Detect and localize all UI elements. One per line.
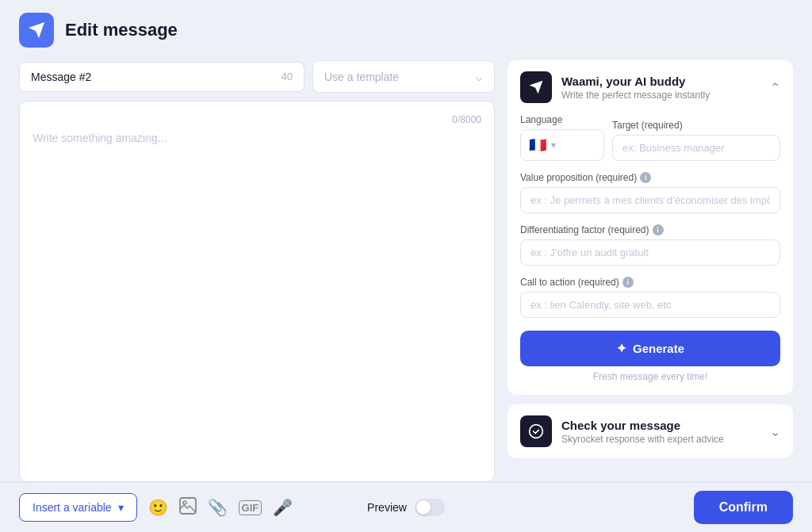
cta-info-icon: i <box>622 277 634 288</box>
preview-section: Preview <box>367 499 445 516</box>
check-card: Check your message Skyrocket response wi… <box>508 404 793 458</box>
mic-icon[interactable]: 🎤 <box>273 498 293 517</box>
svg-point-0 <box>530 425 543 438</box>
char-count: 0/8000 <box>33 114 481 125</box>
generate-label: Generate <box>633 342 684 355</box>
gif-icon[interactable]: GIF <box>239 500 262 515</box>
target-label: Target (required) <box>612 120 780 131</box>
textarea-placeholder[interactable]: Write something amazing... <box>33 132 481 469</box>
page-title: Edit message <box>65 20 178 40</box>
insert-variable-button[interactable]: Insert a variable ▾ <box>19 493 137 522</box>
template-chevron-icon: ⌵ <box>475 69 483 84</box>
image-icon[interactable] <box>179 497 197 519</box>
preview-label: Preview <box>367 501 407 514</box>
app-icon <box>19 13 54 48</box>
confirm-button[interactable]: Confirm <box>694 491 793 524</box>
template-dropdown[interactable]: Use a template ⌵ <box>312 60 495 93</box>
diff-factor-input[interactable] <box>520 239 780 266</box>
check-subtitle: Skyrocket response with expert advice <box>561 434 724 445</box>
preview-toggle[interactable] <box>415 499 445 516</box>
language-target-row: Language 🇫🇷 ▾ Target (required) <box>520 114 780 161</box>
check-title-group: Check your message Skyrocket response wi… <box>561 419 724 445</box>
right-panel: Waami, your AI buddy Write the perfect m… <box>508 60 793 482</box>
main-content: Message #2 40 Use a template ⌵ 0/8000 Wr… <box>0 60 812 482</box>
ai-logo-icon <box>520 71 552 103</box>
diff-factor-label: Differentiating factor (required) i <box>520 224 780 235</box>
message-char-count: 40 <box>282 71 293 82</box>
ai-card-header-left: Waami, your AI buddy Write the perfect m… <box>520 71 710 103</box>
check-expand-icon[interactable]: ⌄ <box>770 424 780 439</box>
ai-subtitle: Write the perfect message instantly <box>561 90 710 101</box>
message-name: Message #2 <box>31 71 91 83</box>
ai-title-group: Waami, your AI buddy Write the perfect m… <box>561 75 710 101</box>
value-prop-label: Value proposition (required) i <box>520 172 780 183</box>
template-label: Use a template <box>324 71 399 83</box>
message-name-box: Message #2 40 <box>19 62 304 92</box>
ai-title: Waami, your AI buddy <box>561 75 710 88</box>
attachment-icon[interactable]: 📎 <box>208 498 228 517</box>
target-input[interactable] <box>612 135 780 161</box>
cta-group: Call to action (required) i <box>520 277 780 318</box>
message-textarea-box[interactable]: 0/8000 Write something amazing... <box>19 101 495 482</box>
cta-input[interactable] <box>520 292 780 318</box>
language-select[interactable]: 🇫🇷 ▾ <box>520 129 604 161</box>
insert-variable-chevron-icon: ▾ <box>118 501 124 514</box>
value-prop-input[interactable] <box>520 187 780 213</box>
diff-factor-info-icon: i <box>653 224 664 235</box>
generate-button[interactable]: ✦ Generate <box>520 331 780 366</box>
cta-label: Call to action (required) i <box>520 277 780 288</box>
language-chevron-icon: ▾ <box>551 140 556 151</box>
bottom-left: Insert a variable ▾ 🙂 📎 GIF 🎤 <box>19 493 293 522</box>
ai-collapse-icon[interactable]: ⌃ <box>770 80 780 95</box>
ai-card-header: Waami, your AI buddy Write the perfect m… <box>508 60 793 114</box>
bottom-bar: Insert a variable ▾ 🙂 📎 GIF 🎤 Preview <box>0 482 812 532</box>
sparkle-icon: ✦ <box>616 341 626 356</box>
check-title: Check your message <box>561 419 724 432</box>
ai-card-body: Language 🇫🇷 ▾ Target (required) Val <box>508 114 793 395</box>
emoji-icon[interactable]: 🙂 <box>148 498 168 517</box>
language-label: Language <box>520 114 604 125</box>
language-group: Language 🇫🇷 ▾ <box>520 114 604 161</box>
flag-icon: 🇫🇷 <box>529 136 546 154</box>
fresh-message: Fresh message every time! <box>520 371 780 382</box>
value-prop-group: Value proposition (required) i <box>520 172 780 213</box>
ai-card: Waami, your AI buddy Write the perfect m… <box>508 60 793 395</box>
check-logo-icon <box>520 415 552 447</box>
toolbar-icons: 🙂 📎 GIF 🎤 <box>148 497 293 519</box>
insert-variable-label: Insert a variable <box>33 501 112 514</box>
message-bar: Message #2 40 Use a template ⌵ <box>19 60 495 93</box>
check-card-left: Check your message Skyrocket response wi… <box>520 415 724 447</box>
target-group: Target (required) <box>612 120 780 161</box>
left-panel: Message #2 40 Use a template ⌵ 0/8000 Wr… <box>19 60 495 482</box>
diff-factor-group: Differentiating factor (required) i <box>520 224 780 266</box>
page-header: Edit message <box>0 0 812 60</box>
toggle-thumb <box>416 500 431 515</box>
svg-point-2 <box>183 501 186 504</box>
bottom-bar-inner: Insert a variable ▾ 🙂 📎 GIF 🎤 Preview <box>19 491 793 524</box>
value-prop-info-icon: i <box>640 172 651 183</box>
